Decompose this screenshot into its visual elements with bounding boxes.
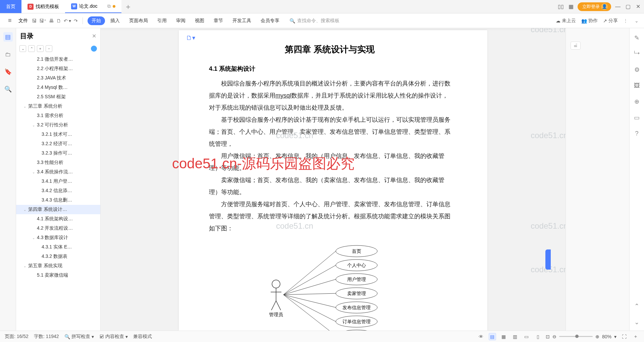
collapse-pane-icon[interactable]: ≡̄	[571, 42, 581, 50]
page-view-icon[interactable]: ▤	[489, 333, 496, 340]
redo-icon[interactable]: ↷	[74, 18, 78, 23]
compat-mode[interactable]: 兼容模式	[133, 334, 152, 340]
outline-view-icon[interactable]: ▦	[500, 333, 507, 340]
collapse-ribbon-icon[interactable]: ⌄	[635, 18, 639, 23]
sync-icon[interactable]	[91, 46, 97, 52]
outline-item[interactable]: 3.2.1 技术可…	[16, 130, 100, 139]
expand-all-icon[interactable]: ⌃	[28, 45, 35, 52]
ribbon-tab-reference[interactable]: 引用	[153, 16, 171, 25]
outline-item[interactable]: 2.1 微信开发者…	[16, 55, 100, 64]
content-check[interactable]: 🗹 内容检查 ▾	[99, 334, 128, 340]
page-indicator[interactable]: 页面: 16/52	[5, 334, 29, 340]
ribbon-tab-start[interactable]: 开始	[88, 16, 105, 25]
tab-home[interactable]: 首页	[0, 0, 21, 13]
add-pane-icon[interactable]: ＋	[632, 333, 639, 340]
zoom-fit-icon[interactable]: ⊡	[546, 334, 550, 339]
coop-button[interactable]: 👥 协作	[581, 18, 598, 24]
outline-item[interactable]: 3.2.2 经济可…	[16, 139, 100, 149]
ai-tool-icon[interactable]: ⊕	[634, 98, 639, 105]
chevron-down-icon[interactable]: ⌄	[32, 170, 37, 174]
remove-heading-icon[interactable]: −	[46, 45, 52, 52]
hamburger-icon[interactable]: ≡	[5, 17, 14, 24]
outline-item[interactable]: 4.1 系统架构设…	[16, 214, 100, 224]
collapse-all-icon[interactable]: ⌄	[19, 45, 26, 52]
ribbon-tab-vip[interactable]: 会员专享	[257, 16, 283, 25]
bookmark-pane-icon[interactable]: 🗀	[3, 50, 13, 59]
outline-item[interactable]: 4.3.2 数据表	[16, 252, 100, 261]
feedback-tab[interactable]	[545, 249, 551, 270]
scroll-down-icon[interactable]: ⌄	[634, 319, 639, 326]
layout-settings-icon[interactable]: ▯	[534, 333, 542, 340]
zoom-out-button[interactable]: ⊖	[552, 334, 556, 339]
outline-item[interactable]: 2.4 Mysql 数…	[16, 83, 100, 92]
outline-item[interactable]: ⌄第四章 系统设计…	[16, 205, 100, 214]
outline-item[interactable]: 3.4.3 信息删…	[16, 195, 100, 205]
command-search[interactable]: 🔍 查找命令、搜索模板	[289, 18, 339, 24]
outline-item[interactable]: ⌄3.4 系统操作流…	[16, 167, 100, 177]
outline-item[interactable]: ⌄3.2 可行性分析	[16, 120, 100, 130]
more-icon[interactable]: ⋮	[623, 18, 628, 23]
chevron-down-icon[interactable]: ⌄	[32, 236, 37, 240]
outline-item[interactable]: 5.1 卖家微信端	[16, 271, 100, 280]
new-tab-button[interactable]: ＋	[121, 2, 135, 12]
print-preview-icon[interactable]: 🗋	[56, 18, 61, 23]
settings-slider-icon[interactable]: ⚙	[634, 66, 640, 73]
close-outline-icon[interactable]: ✕	[92, 33, 96, 39]
scroll-up-icon[interactable]: ⌃	[634, 302, 639, 310]
save-icon[interactable]: 🖫	[32, 18, 37, 23]
outline-item[interactable]: 3.1 需求分析	[16, 111, 100, 120]
outline-item[interactable]: 4.2 开发流程设…	[16, 224, 100, 233]
outline-tree[interactable]: 2.1 微信开发者…2.2 小程序框架…2.3 JAVA 技术2.4 Mysql…	[16, 55, 100, 331]
outline-item[interactable]: 2.3 JAVA 技术	[16, 73, 100, 83]
help-icon[interactable]: ?	[635, 130, 638, 137]
outline-item[interactable]: 2.5 SSM 框架	[16, 92, 100, 102]
ribbon-tab-review[interactable]: 审阅	[172, 16, 190, 25]
print-icon[interactable]: 🖶	[49, 18, 54, 23]
chevron-down-icon[interactable]: ⌄	[23, 105, 28, 108]
close-button[interactable]: ✕	[635, 3, 641, 10]
outline-item[interactable]: ⌄4.3 数据库设计	[16, 233, 100, 242]
duplicate-tab-icon[interactable]: ⧉	[107, 3, 111, 9]
ribbon-tab-section[interactable]: 章节	[210, 16, 227, 25]
apps-icon[interactable]: ▦	[568, 3, 574, 10]
outline-item[interactable]: 3.2.3 操作可…	[16, 149, 100, 158]
ribbon-tab-insert[interactable]: 插入	[106, 16, 124, 25]
select-tool-icon[interactable]: ⮡	[634, 50, 640, 57]
zoom-slider[interactable]	[559, 336, 593, 337]
minimize-button[interactable]: —	[614, 3, 621, 10]
pen-tool-icon[interactable]: ✎	[634, 34, 639, 42]
tab-template[interactable]: D 找稻壳模板	[21, 0, 65, 13]
layout-icon[interactable]: ▯▯	[557, 3, 564, 10]
tab-document[interactable]: W 论文.doc ⧉	[65, 0, 121, 13]
chevron-down-icon[interactable]: ⌄	[32, 123, 37, 127]
add-heading-icon[interactable]: +	[37, 45, 44, 52]
outline-item[interactable]: 2.2 小程序框架…	[16, 64, 100, 73]
focus-mode-icon[interactable]: 👁	[477, 333, 485, 340]
bookmark-icon[interactable]: 🔖	[3, 67, 13, 76]
outline-icon[interactable]: ▤	[3, 32, 13, 42]
login-button[interactable]: 立即登录 👤	[578, 2, 611, 11]
outline-item[interactable]: 3.4.2 信息添…	[16, 186, 100, 195]
page-options-icon[interactable]: 🗋▾	[186, 34, 195, 42]
zoom-in-button[interactable]: ⊕	[595, 334, 599, 339]
outline-item[interactable]: 3.3 性能分析	[16, 158, 100, 167]
ribbon-tab-layout[interactable]: 页面布局	[125, 16, 152, 25]
chevron-down-icon[interactable]: ⌄	[23, 264, 28, 268]
cloud-status[interactable]: ☁ 未上云	[556, 18, 576, 24]
outline-item[interactable]: 4.3.1 实体 E…	[16, 242, 100, 252]
word-count[interactable]: 字数: 11942	[34, 334, 59, 340]
read-view-icon[interactable]: ▭	[523, 333, 530, 340]
ribbon-tab-devtools[interactable]: 开发工具	[228, 16, 255, 25]
spell-check[interactable]: 🔍 拼写检查 ▾	[64, 334, 94, 340]
outline-item[interactable]: 3.4.1 用户登…	[16, 177, 100, 186]
fullscreen-icon[interactable]: ⛶	[621, 333, 628, 340]
chevron-down-icon[interactable]: ⌄	[23, 208, 28, 212]
find-icon[interactable]: 🔍	[3, 84, 13, 94]
document-canvas[interactable]: code51.cn code51.cn code51.cn code51.cn …	[101, 28, 566, 331]
share-button[interactable]: ↗ 分享	[603, 18, 618, 24]
save-as-icon[interactable]: 🖫⁺	[39, 18, 46, 23]
file-menu[interactable]: 文件	[16, 18, 31, 24]
undo-icon[interactable]: ↶ ▾	[64, 18, 71, 23]
maximize-button[interactable]: ▢	[625, 3, 631, 10]
image-tool-icon[interactable]: 🖼	[634, 82, 640, 89]
